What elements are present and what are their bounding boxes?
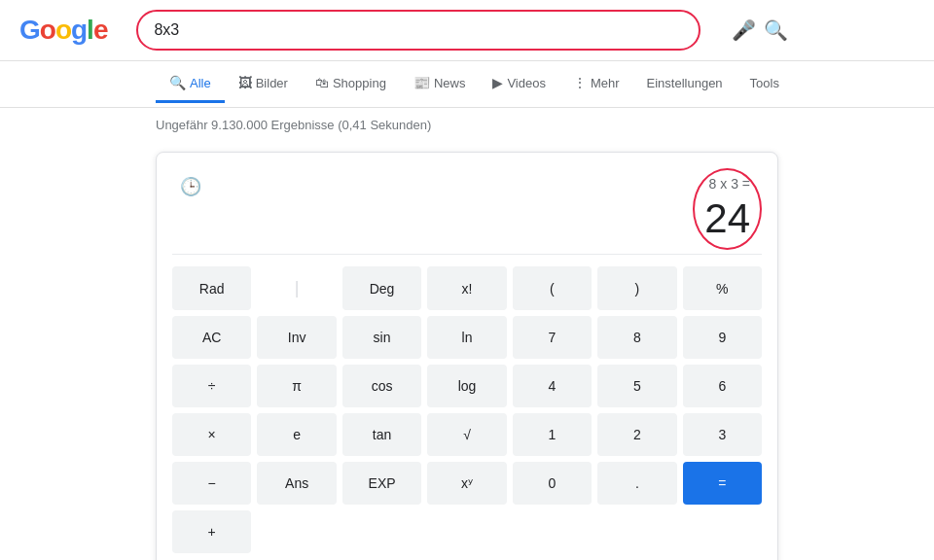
calc-display: 🕒 8 x 3 = 24	[172, 168, 762, 255]
calc-btn-x: |	[257, 266, 336, 310]
result-cell: 8 x 3 = 24	[704, 176, 750, 242]
tab-videos[interactable]: ▶ Videos	[479, 65, 559, 103]
header: Google 8x3 🎤 🔍	[0, 0, 934, 61]
shopping-icon: 🛍	[315, 75, 329, 90]
tab-news[interactable]: 📰 News	[400, 65, 480, 103]
search-submit-icon[interactable]: 🔍	[764, 18, 788, 42]
calc-btn-4[interactable]: 4	[513, 365, 592, 407]
calc-btn-e[interactable]: e	[257, 413, 336, 456]
calc-btn-x[interactable]: =	[683, 462, 762, 505]
calc-btn-3[interactable]: 3	[683, 413, 762, 456]
tab-alle[interactable]: 🔍 Alle	[156, 65, 225, 103]
calc-btn-9[interactable]: 9	[683, 316, 762, 359]
alle-icon: 🔍	[169, 75, 186, 90]
calc-btn-x[interactable]: %	[683, 266, 762, 310]
calculator: 🕒 8 x 3 = 24 Rad|Degx!()%ACInvsinln789÷π…	[156, 152, 778, 560]
calc-btn-0[interactable]: 0	[513, 462, 592, 505]
calc-btn-2[interactable]: 2	[597, 413, 676, 456]
mehr-icon: ⋮	[573, 75, 587, 90]
calc-btn-xx[interactable]: x!	[427, 266, 506, 310]
tab-einstellungen[interactable]: Einstellungen	[633, 66, 736, 103]
calc-btn-x[interactable]: )	[597, 266, 676, 310]
results-count: Ungefähr 9.130.000 Ergebnisse (0,41 Seku…	[0, 108, 934, 142]
calc-btn-Ans[interactable]: Ans	[257, 462, 336, 505]
calc-btn-x[interactable]: ÷	[172, 365, 251, 407]
calc-btn-Inv[interactable]: Inv	[257, 316, 336, 359]
nav-tabs: 🔍 Alle 🖼 Bilder 🛍 Shopping 📰 News ▶ Vide…	[0, 61, 934, 108]
calc-btn-tan[interactable]: tan	[342, 413, 421, 456]
tab-mehr[interactable]: ⋮ Mehr	[559, 65, 633, 103]
calc-btn-x[interactable]: +	[172, 510, 251, 553]
calc-btn-ln[interactable]: ln	[427, 316, 506, 359]
calc-result: 24	[704, 195, 750, 242]
search-icons: 🎤 🔍	[732, 18, 788, 42]
calc-btn-8[interactable]: 8	[597, 316, 676, 359]
tab-shopping[interactable]: 🛍 Shopping	[302, 65, 400, 103]
calc-buttons-grid: Rad|Degx!()%ACInvsinln789÷πcoslog456×eta…	[172, 266, 762, 553]
further-info-link[interactable]: Weitere Informationen	[172, 553, 762, 560]
calc-btn-5[interactable]: 5	[597, 365, 676, 407]
videos-icon: ▶	[492, 75, 503, 90]
tab-tools[interactable]: Tools	[736, 66, 793, 103]
calc-btn-Rad[interactable]: Rad	[172, 266, 251, 310]
tab-bilder[interactable]: 🖼 Bilder	[225, 65, 302, 103]
calc-btn-x[interactable]: −	[172, 462, 251, 505]
calc-btn-x[interactable]: (	[513, 266, 592, 310]
google-logo: Google	[19, 15, 107, 46]
calc-equation: 8 x 3 =	[704, 176, 750, 192]
calc-btn-Deg[interactable]: Deg	[342, 266, 421, 310]
search-bar-wrapper: 8x3	[136, 10, 700, 51]
news-icon: 📰	[413, 75, 430, 90]
calc-btn-7[interactable]: 7	[513, 316, 592, 359]
calc-btn-xx[interactable]: xʸ	[427, 462, 506, 505]
history-icon[interactable]: 🕒	[180, 176, 201, 197]
calc-btn-sin[interactable]: sin	[342, 316, 421, 359]
calc-btn-6[interactable]: 6	[683, 365, 762, 407]
calc-btn-x[interactable]: .	[597, 462, 676, 505]
calc-btn-x[interactable]: ×	[172, 413, 251, 456]
calc-btn-cos[interactable]: cos	[342, 365, 421, 407]
calc-btn-log[interactable]: log	[427, 365, 506, 407]
microphone-icon[interactable]: 🎤	[732, 18, 756, 42]
calc-btn-AC[interactable]: AC	[172, 316, 251, 359]
calc-btn-EXP[interactable]: EXP	[342, 462, 421, 505]
search-input[interactable]: 8x3	[136, 10, 700, 51]
bilder-icon: 🖼	[238, 75, 252, 90]
calc-btn-x[interactable]: π	[257, 365, 336, 407]
calc-btn-x[interactable]: √	[427, 413, 506, 456]
calc-btn-1[interactable]: 1	[513, 413, 592, 456]
